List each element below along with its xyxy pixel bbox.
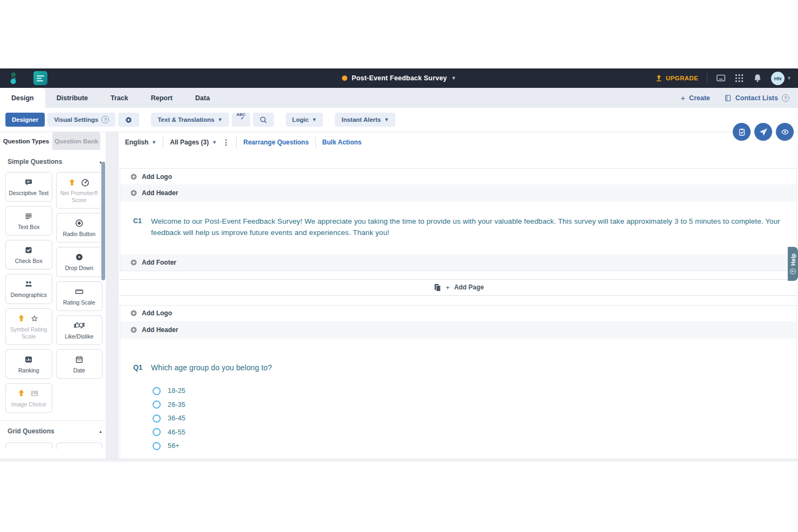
add-logo-button[interactable]: Add Logo [120, 306, 796, 321]
add-header-button[interactable]: Add Header [120, 184, 796, 202]
survey-canvas-area: English ▼ All Pages (3) ▼ ⋮ Rearrange Qu… [119, 132, 798, 462]
search-icon [259, 116, 267, 124]
radio-option[interactable]: 46-55 [153, 425, 796, 439]
qtype-card-descriptive-text[interactable]: Descriptive Text [5, 172, 52, 202]
radio-option[interactable]: 18-25 [153, 384, 796, 398]
qtype-card-check-box[interactable]: Check Box [5, 240, 52, 270]
instant-alerts-label: Instant Alerts [341, 116, 381, 123]
card-label: Radio Button [63, 231, 95, 238]
apps-grid-icon[interactable] [734, 73, 744, 83]
add-page-button[interactable]: + Add Page [120, 279, 797, 296]
settings-button[interactable] [118, 113, 139, 127]
radio-button[interactable] [153, 442, 161, 450]
text-translations-button[interactable]: Text & Translations ▼ [151, 113, 229, 127]
add-header-label: Add Header [142, 189, 178, 197]
radio-option[interactable]: 36-45 [153, 412, 796, 426]
radio-option[interactable]: 26-35 [153, 398, 796, 412]
card-label: Image Choice [11, 401, 46, 408]
survey-page-1: Add Logo Add Header C1 Welcome to our Po… [120, 168, 797, 271]
qtype-card-like-dislike[interactable]: Like/Dislike [56, 315, 103, 345]
create-button[interactable]: + Create [680, 93, 710, 102]
survey-canvas: Add Logo Add Header C1 Welcome to our Po… [119, 152, 798, 462]
survey-builder-app: Post-Event Feedback Survey ▼ UPGRADE HN … [0, 68, 798, 462]
tab-label: Track [111, 94, 128, 102]
bulk-actions-link[interactable]: Bulk Actions [322, 139, 362, 146]
card-label: Drop Down [65, 265, 93, 272]
sidebar-scrollbar[interactable] [101, 162, 105, 280]
question-c1[interactable]: C1 Welcome to our Post-Event Feedback Su… [120, 202, 796, 254]
radio-button[interactable] [153, 400, 161, 409]
option-label: 46-55 [168, 429, 185, 436]
review-button[interactable] [733, 123, 751, 141]
tab-label: Data [195, 94, 210, 102]
bell-icon[interactable] [753, 73, 762, 83]
section-grid-questions[interactable]: Grid Questions ▲ [0, 421, 119, 440]
survey-title-menu[interactable]: Post-Event Feedback Survey ▼ [342, 74, 456, 82]
option-label: 18-25 [168, 387, 185, 395]
survey-list-icon[interactable] [33, 71, 47, 85]
help-tab[interactable]: ? Help [788, 247, 798, 281]
section-simple-questions[interactable]: Simple Questions ▲ [0, 150, 119, 171]
chevron-down-icon: ▼ [787, 75, 792, 81]
radio-button[interactable] [153, 414, 161, 423]
card-label: Text Box [18, 224, 39, 231]
radio-button[interactable] [153, 387, 161, 395]
qtype-card-drop-down[interactable]: Drop Down [56, 247, 103, 277]
qtype-card-rating-scale[interactable]: Rating Scale [56, 281, 103, 311]
add-header-button[interactable]: Add Header [120, 321, 796, 338]
tab-data[interactable]: Data [184, 88, 221, 108]
qtype-card-image-choice[interactable]: Image Choice [5, 383, 52, 413]
add-footer-button[interactable]: Add Footer [120, 254, 796, 271]
eye-icon [781, 128, 789, 136]
contact-lists-icon [724, 94, 732, 102]
tab-track[interactable]: Track [99, 88, 140, 108]
qtype-card-symbol-rating-scale[interactable]: Symbol Rating Scale [5, 308, 52, 345]
tab-question-types[interactable]: Question Types [0, 132, 52, 150]
monitor-icon[interactable] [716, 73, 726, 83]
card-label: Check Box [15, 258, 43, 265]
add-logo-label: Add Logo [142, 309, 172, 317]
account-menu[interactable]: HN ▼ [771, 72, 792, 85]
bulk-actions-label: Bulk Actions [322, 139, 362, 146]
language-dropdown[interactable]: English ▼ [125, 139, 156, 146]
spellcheck-button[interactable]: ABC ✓ [232, 113, 250, 127]
question-text: Welcome to our Post-Event Feedback Surve… [151, 216, 786, 239]
publish-button[interactable] [754, 123, 772, 141]
radio-button[interactable] [153, 428, 161, 436]
symbol-rating-scale-icon [30, 314, 39, 323]
logic-label: Logic [292, 116, 309, 123]
add-circle-icon [130, 173, 137, 181]
card-label: Symbol Rating Scale [8, 326, 50, 340]
sogolytics-logo[interactable] [8, 71, 19, 86]
logic-button[interactable]: Logic ▼ [286, 113, 324, 127]
instant-alerts-button[interactable]: Instant Alerts ▼ [335, 113, 395, 127]
plus-icon: + [680, 93, 685, 102]
qtype-card-radio-button[interactable]: Radio Button [56, 213, 103, 243]
pages-dropdown[interactable]: All Pages (3) ▼ [170, 139, 217, 146]
add-logo-button[interactable]: Add Logo [120, 169, 796, 184]
upgrade-button[interactable]: UPGRADE [655, 74, 698, 82]
kebab-menu[interactable]: ⋮ [222, 138, 230, 147]
horizontal-scrollbar[interactable] [0, 459, 798, 462]
qtype-card-date[interactable]: Date [56, 349, 103, 379]
tab-question-bank[interactable]: Question Bank [52, 132, 100, 150]
qtype-card-net-promoter-score[interactable]: Net Promoter® Score [56, 172, 103, 209]
tab-design[interactable]: Design [0, 88, 45, 108]
rearrange-questions-link[interactable]: Rearrange Questions [243, 139, 308, 146]
card-label: Ranking [18, 367, 39, 374]
tab-report[interactable]: Report [140, 88, 184, 108]
search-button[interactable] [253, 113, 274, 127]
contact-lists-button[interactable]: Contact Lists ? [724, 94, 789, 102]
radio-option[interactable]: 56+ [153, 439, 796, 453]
visual-settings-button[interactable]: Visual Settings ? [47, 113, 115, 127]
qtype-card-demographics[interactable]: Demographics [5, 274, 52, 303]
preview-button[interactable] [776, 123, 794, 141]
drop-down-icon [75, 253, 84, 261]
designer-button[interactable]: Designer [5, 113, 45, 127]
question-number: Q1 [133, 362, 143, 374]
qtype-card-ranking[interactable]: Ranking [5, 349, 52, 379]
qtype-card-text-box[interactable]: Text Box [5, 206, 52, 236]
tab-distribute[interactable]: Distribute [45, 88, 99, 108]
question-q1[interactable]: Q1 Which age group do you belong to? [120, 338, 796, 374]
like-dislike-icon [74, 321, 85, 330]
